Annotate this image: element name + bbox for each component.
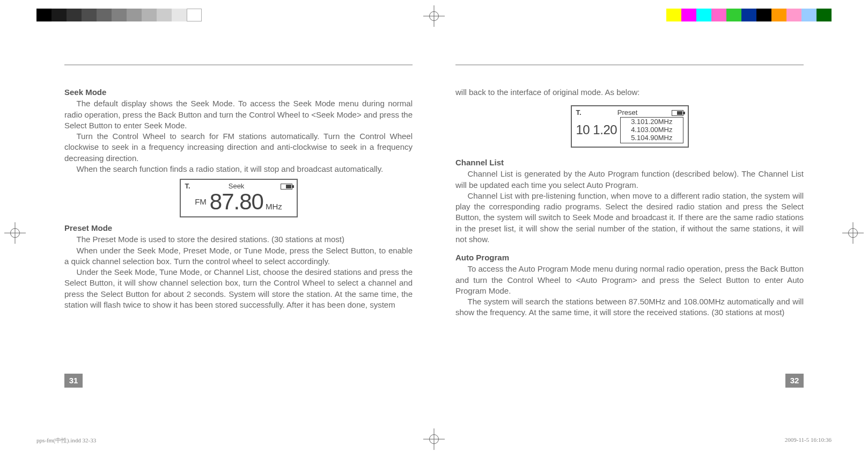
lcd-frequency: 87.80 — [210, 191, 263, 213]
battery-icon — [281, 184, 292, 190]
lcd-band: FM — [195, 196, 207, 207]
preset-paragraph-2: When under the Seek Mode, Preset Mode, o… — [64, 245, 413, 267]
page-left: Seek Mode The default display shows the … — [64, 64, 413, 385]
footer: pps-fm(中性).indd 32-33 2009-11-5 16:10:36 — [36, 436, 832, 445]
registration-mark-left — [4, 222, 26, 244]
seek-mode-paragraph-2: Turn the Control Wheel to search for FM … — [64, 131, 413, 164]
battery-icon — [672, 110, 683, 116]
preset-row-1: 3.101.20MHz — [623, 118, 680, 126]
footer-filename: pps-fm(中性).indd 32-33 — [36, 436, 96, 445]
registration-mark-top — [423, 5, 445, 27]
seek-mode-heading: Seek Mode — [64, 87, 413, 98]
continuation-paragraph: will back to the interface of original m… — [455, 87, 804, 98]
channel-list-paragraph-2: Channel List with pre-listening function… — [455, 191, 804, 245]
cmyk-colorbar — [666, 9, 832, 21]
header-rule — [455, 64, 804, 65]
preset-paragraph-3: Under the Seek Mode, Tune Mode, or Chann… — [64, 267, 413, 310]
preset-paragraph-1: The Preset Mode is used to store the des… — [64, 234, 413, 245]
seek-mode-paragraph-3: When the search function finds a radio s… — [64, 164, 413, 174]
signal-icon: T. — [185, 181, 190, 191]
lcd-mode-label: Preset — [584, 108, 672, 118]
header-rule — [64, 64, 413, 65]
channel-list-paragraph-1: Channel List is generated by the Auto Pr… — [455, 169, 804, 191]
lcd-preset-number: 10 1.20 — [576, 121, 617, 139]
auto-program-paragraph-2: The system will search the stations betw… — [455, 296, 804, 318]
footer-timestamp: 2009-11-5 16:10:36 — [785, 436, 832, 445]
grayscale-colorbar — [36, 9, 202, 21]
page-number-right: 32 — [785, 374, 804, 388]
auto-program-heading: Auto Program — [455, 252, 804, 263]
preset-mode-heading: Preset Mode — [64, 223, 413, 234]
lcd-unit: MHz — [266, 201, 282, 212]
signal-icon: T. — [576, 108, 582, 118]
preset-row-3: 5.104.90MHz — [623, 134, 680, 142]
channel-list-heading: Channel List — [455, 157, 804, 168]
lcd-preset-display: T. Preset 10 1.20 3.101.20MHz 4.103.00MH… — [571, 105, 689, 148]
seek-mode-paragraph-1: The default display shows the Seek Mode.… — [64, 98, 413, 131]
preset-row-2: 4.103.00MHz — [623, 126, 680, 134]
page-right: will back to the interface of original m… — [455, 64, 804, 385]
lcd-seek-display: T. Seek FM 87.80 MHz — [180, 179, 298, 217]
auto-program-paragraph-1: To access the Auto Program Mode menu dur… — [455, 264, 804, 296]
lcd-preset-list: 3.101.20MHz 4.103.00MHz 5.104.90MHz — [620, 117, 683, 143]
page-number-left: 31 — [64, 374, 83, 388]
registration-mark-right — [842, 222, 864, 244]
page-spread: Seek Mode The default display shows the … — [64, 64, 804, 385]
